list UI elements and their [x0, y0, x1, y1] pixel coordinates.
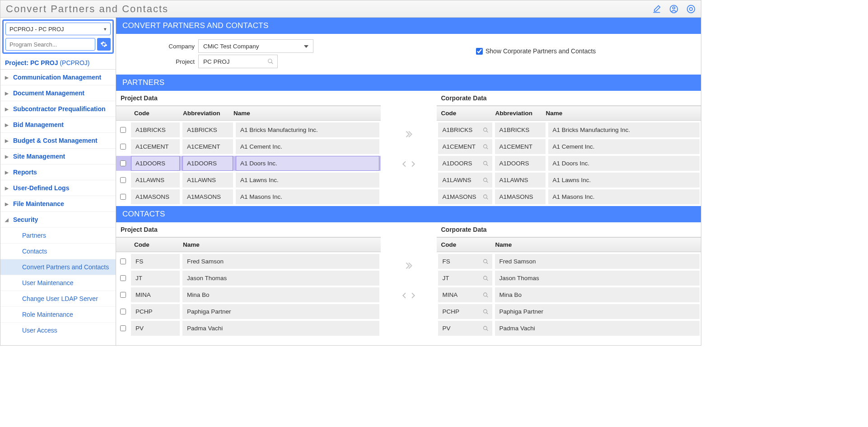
table-row[interactable]: A1LAWNS A1LAWNS A1 Lawns Inc.	[437, 173, 701, 189]
col-code[interactable]: Code	[437, 106, 491, 120]
page-title: Convert Partners and Contacts	[6, 3, 168, 15]
table-row[interactable]: PCHP Paphiga Partner	[437, 304, 701, 321]
col-abbr[interactable]: Abbreviation	[178, 106, 229, 120]
project-label: Project: PC PROJ (PCPROJ)	[0, 56, 116, 69]
svg-point-3	[690, 7, 693, 10]
contacts-corporate-title: Corporate Data	[437, 222, 701, 237]
row-checkbox[interactable]	[120, 177, 126, 183]
row-checkbox[interactable]	[120, 309, 126, 314]
col-abbr[interactable]: Abbreviation	[491, 106, 541, 120]
project-label-form: Project	[121, 58, 198, 65]
nav-security-contacts[interactable]: Contacts	[0, 243, 116, 259]
nav-budget[interactable]: ▶Budget & Cost Management	[0, 132, 116, 148]
company-select[interactable]: CMiC Test Company	[198, 39, 313, 53]
search-icon[interactable]	[483, 144, 489, 150]
search-icon[interactable]	[483, 292, 489, 298]
table-row[interactable]: FS Fred Samson	[116, 252, 381, 271]
nav-security-partners[interactable]: Partners	[0, 227, 116, 243]
table-row[interactable]: PV Padma Vachi	[116, 321, 381, 338]
search-icon[interactable]	[483, 194, 489, 200]
nav-udl[interactable]: ▶User-Defined Logs	[0, 180, 116, 196]
row-checkbox[interactable]	[120, 275, 126, 281]
nav-site[interactable]: ▶Site Management	[0, 148, 116, 164]
table-row[interactable]: PV Padma Vachi	[437, 321, 701, 338]
row-checkbox[interactable]	[120, 127, 126, 133]
col-name[interactable]: Name	[178, 238, 381, 252]
svg-point-5	[483, 128, 487, 131]
nav-security[interactable]: ◢Security	[0, 211, 116, 227]
row-checkbox[interactable]	[120, 292, 126, 298]
table-row[interactable]: A1DOORS A1DOORS A1 Doors Inc.	[437, 156, 701, 173]
nav-reports[interactable]: ▶Reports	[0, 164, 116, 180]
move-lr-icon[interactable]	[401, 160, 416, 168]
nav-security-ldap[interactable]: Change User LDAP Server	[0, 291, 116, 306]
header-partners: PARTNERS	[116, 75, 701, 91]
search-input[interactable]	[5, 38, 95, 51]
move-lr-icon[interactable]	[401, 291, 416, 300]
table-row[interactable]: A1MASONS A1MASONS A1 Masons Inc.	[437, 189, 701, 206]
svg-point-4	[268, 59, 272, 63]
contacts-corporate-panel: Corporate Data Code Name FS Fred Samson …	[437, 222, 701, 338]
col-code[interactable]: Code	[130, 106, 178, 120]
table-row[interactable]: A1CEMENT A1CEMENT A1 Cement Inc.	[116, 139, 381, 156]
search-icon[interactable]	[483, 127, 489, 133]
table-row[interactable]: A1LAWNS A1LAWNS A1 Lawns Inc.	[116, 173, 381, 189]
project-select[interactable]: PCPROJ - PC PROJ	[5, 23, 111, 35]
move-right-all-icon[interactable]	[404, 261, 414, 271]
partners-corporate-panel: Corporate Data Code Abbreviation Name A1…	[437, 91, 701, 206]
table-row[interactable]: A1BRICKS A1BRICKS A1 Bricks Manufacturin…	[116, 121, 381, 139]
project-input[interactable]: PC PROJ	[198, 55, 278, 68]
search-icon[interactable]	[483, 309, 489, 314]
header-contacts: CONTACTS	[116, 206, 701, 222]
partners-project-title: Project Data	[116, 91, 381, 106]
table-row[interactable]: A1CEMENT A1CEMENT A1 Cement Inc.	[437, 139, 701, 156]
col-name[interactable]: Name	[541, 106, 701, 120]
row-checkbox[interactable]	[120, 325, 126, 331]
sidebar: PCPROJ - PC PROJ Project: PC PROJ (PCPRO…	[0, 18, 116, 345]
table-row[interactable]: A1MASONS A1MASONS A1 Masons Inc.	[116, 189, 381, 206]
show-corporate-checkbox[interactable]: Show Corporate Partners and Contacts	[476, 47, 596, 55]
table-row[interactable]: JT Jason Thomas	[116, 271, 381, 287]
move-right-all-icon[interactable]	[404, 129, 414, 139]
partners-project-panel: Project Data Code Abbreviation Name A1BR…	[116, 91, 381, 206]
nav-subcontractor[interactable]: ▶Subcontractor Prequalification	[0, 101, 116, 117]
row-checkbox[interactable]	[120, 160, 126, 166]
table-row[interactable]: MINA Mina Bo	[116, 287, 381, 304]
table-row[interactable]: FS Fred Samson	[437, 252, 701, 271]
table-row[interactable]: PCHP Paphiga Partner	[116, 304, 381, 321]
search-icon[interactable]	[267, 58, 274, 65]
titlebar: Convert Partners and Contacts	[0, 0, 701, 18]
search-icon[interactable]	[483, 275, 489, 281]
help-icon[interactable]	[686, 5, 695, 14]
edit-icon[interactable]	[652, 5, 661, 14]
user-icon[interactable]	[669, 5, 678, 14]
col-name[interactable]: Name	[491, 238, 701, 252]
nav-filemaint[interactable]: ▶File Maintenance	[0, 196, 116, 211]
table-row[interactable]: A1BRICKS A1BRICKS A1 Bricks Manufacturin…	[437, 121, 701, 139]
row-checkbox[interactable]	[120, 258, 126, 264]
svg-point-2	[687, 5, 695, 13]
table-row[interactable]: JT Jason Thomas	[437, 271, 701, 287]
nav-security-usermaint[interactable]: User Maintenance	[0, 275, 116, 291]
nav-security-convert[interactable]: Convert Partners and Contacts	[0, 259, 116, 275]
company-label: Company	[121, 43, 198, 50]
col-code[interactable]: Code	[130, 238, 178, 252]
nav-bid[interactable]: ▶Bid Management	[0, 117, 116, 132]
search-icon[interactable]	[483, 160, 489, 166]
row-checkbox[interactable]	[120, 194, 126, 200]
nav-security-rolemaint[interactable]: Role Maintenance	[0, 306, 116, 322]
search-icon[interactable]	[483, 258, 489, 264]
nav-security-useraccess[interactable]: User Access	[0, 322, 116, 338]
nav: ▶Communication Management ▶Document Mana…	[0, 69, 116, 345]
col-name[interactable]: Name	[229, 106, 381, 120]
svg-point-1	[673, 7, 675, 9]
table-row[interactable]: A1DOORS A1DOORS A1 Doors Inc.	[116, 156, 381, 173]
nav-communication[interactable]: ▶Communication Management	[0, 69, 116, 85]
gear-button[interactable]	[97, 38, 111, 51]
search-icon[interactable]	[483, 325, 489, 331]
nav-document[interactable]: ▶Document Management	[0, 85, 116, 101]
col-code[interactable]: Code	[437, 238, 491, 252]
search-icon[interactable]	[483, 177, 489, 183]
table-row[interactable]: MINA Mina Bo	[437, 287, 701, 304]
row-checkbox[interactable]	[120, 144, 126, 150]
